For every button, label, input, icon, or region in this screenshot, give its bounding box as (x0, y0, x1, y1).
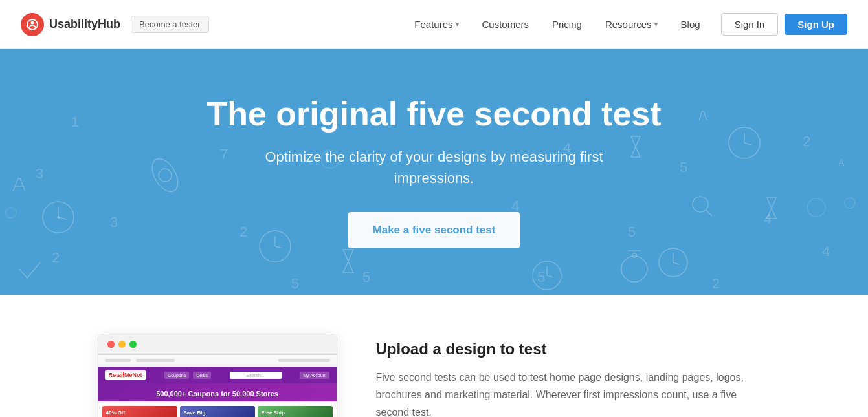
svg-text:2: 2 (803, 133, 810, 149)
browser-inner: RetailMeNot Coupons Deals Search... My A… (98, 367, 337, 417)
section-text: Upload a design to test Five second test… (376, 334, 771, 417)
website-mockup: RetailMeNot Coupons Deals Search... My A… (98, 367, 337, 417)
resources-chevron-icon: ▾ (654, 21, 658, 28)
browser-dot-close (107, 341, 115, 348)
website-account-links: My Account (300, 372, 329, 379)
nav-pricing[interactable]: Pricing (542, 14, 592, 35)
browser-toolbar (98, 334, 337, 355)
svg-point-1 (31, 21, 34, 24)
svg-text:3: 3 (36, 166, 43, 182)
nav-links: Features ▾ Customers Pricing Resources ▾… (404, 14, 710, 35)
website-nav-links: Coupons Deals (164, 372, 211, 379)
sign-up-button[interactable]: Sign Up (785, 14, 847, 35)
svg-point-36 (159, 169, 172, 182)
features-chevron-icon: ▾ (456, 21, 459, 28)
logo-text: UsabilityHub (49, 17, 120, 31)
browser-dot-expand (129, 341, 137, 348)
svg-point-35 (147, 155, 183, 196)
website-nav-item-2: Deals (193, 372, 211, 379)
svg-point-45 (807, 198, 825, 217)
svg-text:4: 4 (764, 211, 772, 227)
nav-bar-1 (105, 359, 131, 362)
become-tester-button[interactable]: Become a tester (131, 16, 209, 33)
website-account: My Account (300, 372, 329, 379)
svg-line-34 (744, 143, 751, 145)
hero-section: 3 1 3 2 7 5 2 5 4 5 5 2 4 2 4 4 5 (0, 49, 868, 295)
svg-text:1: 1 (71, 114, 79, 130)
section-mockup: RetailMeNot Coupons Deals Search... My A… (98, 334, 337, 417)
sign-in-button[interactable]: Sign In (721, 13, 779, 36)
nav-resources[interactable]: Resources ▾ (595, 14, 668, 35)
hero-subtitle: Optimize the clarity of your designs by … (253, 146, 616, 189)
svg-text:2: 2 (712, 275, 720, 292)
svg-text:4: 4 (822, 243, 830, 259)
promo-card-1: 40% Off (102, 406, 177, 417)
nav-bar-3 (278, 359, 330, 362)
svg-text:5: 5 (680, 159, 687, 175)
svg-point-46 (845, 198, 855, 208)
browser-dot-minimize (118, 341, 126, 348)
logo-link[interactable]: UsabilityHub (21, 13, 120, 36)
svg-point-20 (57, 216, 60, 219)
svg-point-19 (43, 202, 74, 233)
nav-customers[interactable]: Customers (472, 14, 540, 35)
nav-features[interactable]: Features ▾ (404, 14, 469, 35)
svg-text:3: 3 (110, 214, 118, 230)
navbar: UsabilityHub Become a tester Features ▾ … (0, 0, 868, 49)
nav-blog[interactable]: Blog (671, 14, 711, 35)
upload-section: RetailMeNot Coupons Deals Search... My A… (46, 295, 823, 417)
hero-content: The original five second test Optimize t… (194, 57, 674, 286)
hero-cta-button[interactable]: Make a five second test (348, 212, 520, 248)
promo-grid: 40% Off Save Big Free Ship (98, 402, 337, 417)
svg-text:A: A (838, 157, 845, 167)
svg-point-44 (6, 208, 16, 218)
promo-card-3: Free Ship (258, 406, 333, 417)
website-banner: 500,000+ Coupons for 50,000 Stores (98, 383, 337, 402)
promo-card-2: Save Big (180, 406, 255, 417)
website-search: Search... (230, 372, 282, 379)
svg-point-41 (693, 197, 708, 212)
svg-point-32 (729, 127, 760, 158)
hero-title: The original five second test (206, 96, 661, 133)
browser-nav (98, 355, 337, 367)
website-nav-item: Coupons (164, 372, 189, 379)
section-heading: Upload a design to test (376, 340, 771, 358)
section-body: Five second tests can be used to test ho… (376, 369, 771, 417)
website-header: RetailMeNot Coupons Deals Search... My A… (98, 367, 337, 383)
svg-line-22 (58, 217, 67, 219)
svg-text:2: 2 (52, 250, 60, 266)
logo-icon (21, 13, 44, 36)
svg-line-42 (706, 210, 712, 216)
browser-window: RetailMeNot Coupons Deals Search... My A… (98, 334, 337, 417)
website-logo: RetailMeNot (105, 370, 146, 380)
nav-bar-2 (136, 359, 175, 362)
